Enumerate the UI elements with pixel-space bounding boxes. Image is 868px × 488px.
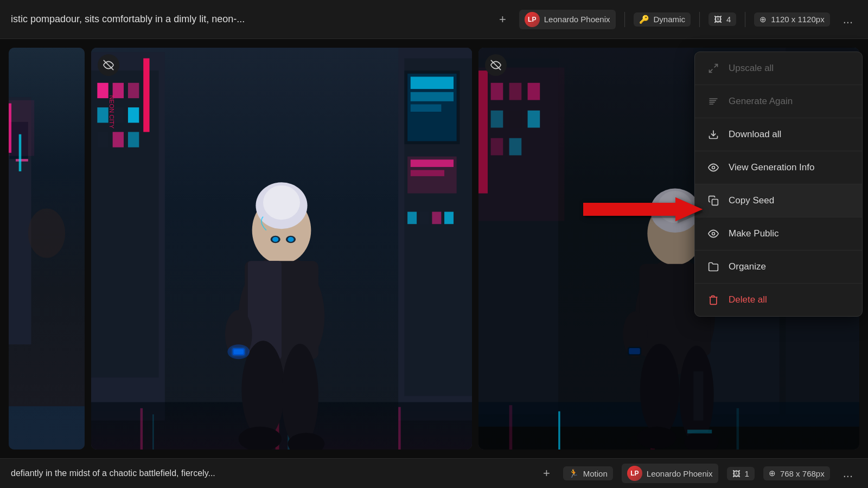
- bottom-image-count-icon: 🖼: [732, 469, 741, 478]
- dimensions-label: 1120 x 1120px: [771, 15, 824, 24]
- svg-point-57: [288, 237, 293, 242]
- svg-point-118: [712, 233, 715, 235]
- top-bar: istic pompadour, sits comfortably in a d…: [0, 0, 868, 39]
- svg-rect-13: [97, 107, 108, 123]
- svg-rect-34: [420, 212, 429, 224]
- dimensions-icon: ⊕: [760, 15, 767, 24]
- svg-point-62: [227, 344, 250, 359]
- divider3: [745, 12, 745, 27]
- image-count-badge: 🖼 4: [709, 12, 736, 26]
- menu-label-organize: Organize: [729, 261, 766, 272]
- image-card-main: NEON CITY: [91, 48, 472, 450]
- svg-line-110: [710, 69, 713, 73]
- bottom-model-name: Leonardo Phoenix: [647, 469, 713, 478]
- svg-rect-6: [9, 406, 85, 450]
- menu-label-view-generation-info: View Generation Info: [729, 162, 814, 173]
- svg-rect-33: [407, 212, 417, 224]
- svg-rect-4: [9, 100, 34, 156]
- svg-point-7: [28, 208, 65, 258]
- mode-label: Dynamic: [654, 15, 685, 24]
- svg-rect-19: [128, 132, 139, 147]
- svg-rect-43: [398, 407, 401, 450]
- svg-point-116: [712, 166, 715, 169]
- svg-rect-5: [19, 134, 22, 171]
- divider2: [699, 12, 700, 27]
- svg-rect-11: [97, 83, 108, 98]
- bottom-dimensions-badge: ⊕ 768 x 768px: [763, 466, 830, 480]
- mode-badge: 🔑 Dynamic: [634, 12, 691, 27]
- image-card-partial: [9, 48, 85, 450]
- menu-label-upscale-all: Upscale all: [729, 63, 774, 74]
- menu-item-make-public[interactable]: Make Public: [695, 217, 862, 251]
- svg-rect-39: [141, 408, 143, 450]
- menu-item-generate-again[interactable]: Generate Again: [695, 85, 862, 118]
- menu-item-upscale-all[interactable]: Upscale all: [695, 52, 862, 85]
- motion-icon: 🏃: [569, 468, 579, 478]
- svg-rect-20: [143, 59, 149, 132]
- model-name: Leonardo Phoenix: [544, 15, 610, 24]
- svg-rect-40: [152, 414, 154, 450]
- model-avatar: LP: [525, 12, 540, 27]
- svg-point-47: [263, 185, 300, 220]
- svg-point-55: [272, 237, 278, 242]
- model-badge: LP Leonardo Phoenix: [519, 10, 616, 29]
- svg-rect-27: [411, 76, 454, 89]
- svg-rect-16: [128, 107, 139, 123]
- more-options-button[interactable]: ...: [839, 10, 857, 29]
- menu-item-delete-all[interactable]: Delete all: [695, 284, 862, 316]
- context-menu: Upscale all Generate Again Download all: [694, 52, 863, 317]
- eye-icon: [707, 161, 720, 174]
- dimensions-badge: ⊕ 1120 x 1120px: [754, 12, 829, 27]
- bottom-add-button[interactable]: +: [539, 464, 554, 483]
- svg-rect-28: [411, 92, 454, 101]
- motion-label: Motion: [583, 469, 608, 478]
- menu-label-delete-all: Delete all: [729, 294, 767, 305]
- bottom-dimensions-label: 768 x 768px: [780, 469, 825, 478]
- upscale-icon: [707, 62, 720, 75]
- generation-title: istic pompadour, sits comfortably in a d…: [11, 14, 486, 25]
- generate-icon: [707, 95, 720, 108]
- menu-item-copy-seed[interactable]: Copy Seed: [695, 184, 862, 217]
- menu-item-download-all[interactable]: Download all: [695, 118, 862, 151]
- bottom-image-count-badge: 🖼 1: [727, 467, 755, 480]
- trash-icon: [707, 293, 720, 306]
- svg-text:NEON CITY: NEON CITY: [108, 95, 115, 129]
- bottom-dimensions-icon: ⊕: [769, 468, 776, 478]
- svg-rect-29: [411, 104, 442, 112]
- svg-rect-31: [411, 159, 454, 167]
- add-button[interactable]: +: [495, 10, 510, 29]
- divider: [624, 12, 625, 27]
- menu-item-view-generation-info[interactable]: View Generation Info: [695, 151, 862, 184]
- menu-label-copy-seed: Copy Seed: [729, 195, 774, 206]
- copy-icon: [707, 194, 720, 207]
- svg-rect-117: [712, 200, 718, 206]
- hide-image-right-button[interactable]: [485, 54, 507, 76]
- mode-icon: 🔑: [639, 15, 649, 24]
- bottom-image-count: 1: [745, 469, 749, 478]
- folder-icon: [707, 260, 720, 273]
- bottom-motion-badge: 🏃 Motion: [563, 466, 613, 480]
- svg-rect-3: [16, 159, 28, 162]
- menu-label-generate-again: Generate Again: [729, 96, 793, 107]
- menu-label-download-all: Download all: [729, 129, 781, 140]
- svg-line-109: [714, 65, 718, 68]
- svg-point-51: [282, 344, 318, 448]
- image-count-icon: 🖼: [714, 15, 722, 24]
- menu-label-make-public: Make Public: [729, 228, 779, 239]
- menu-item-organize[interactable]: Organize: [695, 251, 862, 284]
- svg-rect-15: [128, 83, 139, 98]
- svg-rect-35: [432, 212, 441, 224]
- image-count: 4: [726, 15, 731, 24]
- svg-rect-32: [411, 170, 444, 176]
- bottom-bar: defiantly in the midst of a chaotic batt…: [0, 458, 868, 488]
- bottom-model-avatar: LP: [627, 466, 642, 481]
- bottom-generation-title: defiantly in the midst of a chaotic batt…: [11, 468, 530, 478]
- download-icon: [707, 128, 720, 141]
- make-public-icon: [707, 227, 720, 240]
- bottom-more-options-button[interactable]: ...: [839, 464, 857, 483]
- svg-rect-17: [97, 132, 108, 147]
- bottom-model-badge: LP Leonardo Phoenix: [622, 464, 718, 483]
- svg-rect-36: [444, 212, 454, 224]
- hide-image-button[interactable]: [98, 54, 119, 76]
- svg-rect-18: [113, 132, 124, 147]
